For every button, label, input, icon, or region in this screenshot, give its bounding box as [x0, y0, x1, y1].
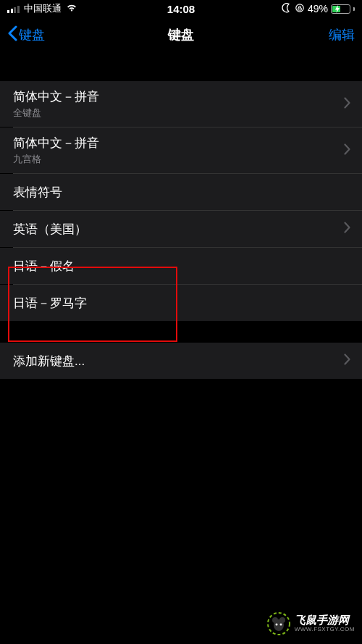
- battery-percent: 49%: [308, 3, 328, 14]
- battery-icon: [331, 4, 350, 14]
- chevron-left-icon: [7, 25, 17, 45]
- status-right: 49%: [282, 3, 355, 15]
- keyboard-title: 简体中文－拼音: [13, 88, 99, 105]
- keyboard-item[interactable]: 日语－假名: [0, 248, 362, 284]
- svg-point-4: [279, 617, 285, 623]
- edit-button[interactable]: 编辑: [329, 26, 355, 43]
- chevron-right-icon: [344, 222, 350, 236]
- status-bar: 中国联通 14:08 49%: [0, 0, 362, 17]
- add-keyboard-label: 添加新键盘...: [13, 353, 85, 369]
- mouse-logo-icon: [267, 612, 290, 635]
- keyboard-title: 日语－假名: [13, 258, 75, 275]
- keyboard-item[interactable]: 简体中文－拼音 九宫格: [0, 127, 362, 173]
- keyboard-item[interactable]: 表情符号: [0, 174, 362, 210]
- moon-icon: [282, 3, 292, 15]
- chevron-right-icon: [344, 97, 350, 112]
- keyboard-title: 英语（美国）: [13, 221, 87, 238]
- signal-icon: [7, 5, 20, 13]
- keyboard-title: 日语－罗马字: [13, 295, 87, 311]
- keyboard-subtitle: 全键盘: [13, 106, 99, 120]
- keyboard-item[interactable]: 英语（美国）: [0, 211, 362, 247]
- wifi-icon: [66, 3, 77, 14]
- watermark-title: 飞鼠手游网: [295, 614, 355, 627]
- back-button[interactable]: 键盘: [7, 25, 45, 45]
- svg-point-5: [275, 624, 277, 626]
- back-label: 键盘: [19, 26, 45, 43]
- add-keyboard-button[interactable]: 添加新键盘...: [0, 343, 362, 379]
- status-left: 中国联通: [7, 2, 77, 15]
- keyboard-item[interactable]: 简体中文－拼音 全键盘: [0, 81, 362, 127]
- chevron-right-icon: [344, 354, 350, 368]
- add-keyboard-section: 添加新键盘...: [0, 343, 362, 379]
- carrier-label: 中国联通: [24, 2, 62, 15]
- lock-icon: [295, 3, 304, 15]
- keyboard-item[interactable]: 日语－罗马字: [0, 285, 362, 321]
- keyboards-section: 简体中文－拼音 全键盘 简体中文－拼音 九宫格 表情符号 英语（美国） 日: [0, 81, 362, 321]
- watermark: 飞鼠手游网 WWW.FSXTGY.COM: [267, 612, 355, 635]
- battery-indicator: 49%: [308, 3, 355, 14]
- keyboard-title: 表情符号: [13, 184, 62, 201]
- watermark-url: WWW.FSXTGY.COM: [295, 627, 355, 633]
- page-title: 键盘: [168, 26, 194, 43]
- status-time: 14:08: [167, 3, 195, 15]
- keyboard-title: 简体中文－拼音: [13, 135, 99, 151]
- chevron-right-icon: [344, 143, 350, 158]
- svg-point-3: [272, 617, 278, 623]
- svg-point-6: [279, 624, 282, 626]
- keyboard-subtitle: 九宫格: [13, 153, 99, 166]
- nav-bar: 键盘 键盘 编辑: [0, 17, 362, 52]
